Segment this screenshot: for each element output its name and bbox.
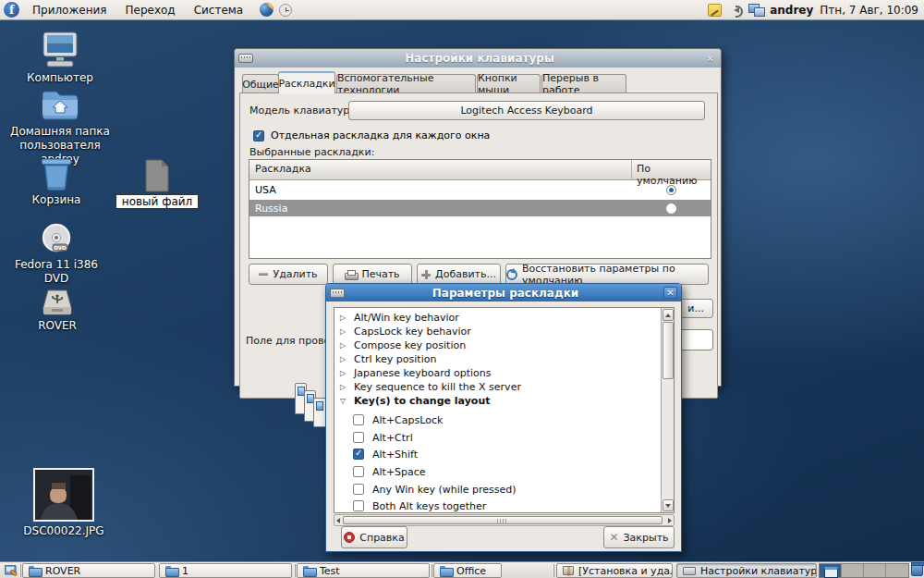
desktop-icon-trash[interactable]: Корзина — [18, 155, 94, 207]
scroll-left-button[interactable] — [336, 518, 340, 523]
bottom-taskbar: ROVER 1 Test Office [Установка и удален.… — [0, 561, 924, 578]
plus-icon — [421, 270, 431, 279]
tree-item-kill-x[interactable]: ▷Key sequence to kill the X server — [338, 380, 655, 394]
clock-applet[interactable]: Птн, 7 Авг, 10:09 — [820, 4, 918, 17]
volume-icon[interactable] — [728, 4, 742, 17]
expander-icon[interactable]: ▷ — [338, 327, 347, 336]
option-alt-ctrl[interactable]: Alt+Ctrl — [353, 429, 655, 446]
tab-mouse-keys[interactable]: Кнопки мыши — [477, 74, 541, 93]
default-radio-russia[interactable] — [666, 203, 676, 214]
option-alt-capslock[interactable]: Alt+CapsLock — [353, 412, 655, 428]
dialog-close-button[interactable]: ✕ — [663, 287, 677, 299]
separate-layout-row: Отдельная раскладка для каждого окна — [253, 129, 490, 141]
scroll-right-button[interactable] — [668, 518, 672, 523]
workspace-4[interactable] — [886, 564, 908, 577]
scroll-down-button[interactable] — [663, 499, 674, 511]
reset-defaults-button[interactable]: Восстановить параметры по умолчанию — [505, 264, 709, 285]
menu-places[interactable]: Переход — [116, 0, 185, 20]
dvd-disc-icon: DVD — [39, 222, 74, 255]
horizontal-scrollbar-thumb[interactable] — [343, 516, 663, 524]
desktop-icon-computer[interactable]: Компьютер — [20, 31, 100, 85]
desktop-icon-photo[interactable]: DSC00022.JPG — [13, 468, 115, 538]
separate-layout-checkbox[interactable] — [253, 130, 264, 141]
remove-layout-button[interactable]: Удалить — [249, 264, 328, 285]
task-rover[interactable]: ROVER — [22, 563, 155, 578]
dialog-titlebar[interactable]: Параметры раскладки ✕ — [326, 284, 681, 301]
layout-row-russia[interactable]: Russia — [249, 200, 711, 216]
layouts-table-header[interactable]: Раскладка По умолчанию — [249, 160, 711, 180]
checkbox-unchecked[interactable] — [353, 484, 364, 495]
expander-icon[interactable]: ▷ — [338, 341, 347, 350]
expander-icon[interactable]: ▷ — [338, 383, 347, 391]
layout-options-list: ▷Alt/Win key behavior ▷CapsLock key beha… — [334, 307, 675, 513]
tree-item-capslock[interactable]: ▷CapsLock key behavior — [338, 325, 655, 338]
checkbox-unchecked[interactable] — [353, 432, 364, 443]
tab-accessibility[interactable]: Вспомогательные технологии — [336, 74, 476, 93]
menu-applications[interactable]: Приложения — [23, 0, 116, 20]
panel-menus: f Приложения Переход Система — [0, 0, 292, 20]
task-office[interactable]: Office — [433, 563, 502, 578]
column-default[interactable]: По умолчанию — [632, 160, 711, 179]
firefox-launcher-icon[interactable] — [260, 3, 274, 17]
notes-tray-icon[interactable] — [708, 4, 722, 17]
trash-applet-icon[interactable] — [911, 564, 923, 576]
checkbox-unchecked[interactable] — [353, 414, 364, 425]
tab-typing-break[interactable]: Перерыв в работе — [541, 74, 626, 93]
column-layout[interactable]: Раскладка — [249, 160, 632, 179]
scroll-up-button[interactable] — [663, 309, 674, 321]
default-radio-usa[interactable] — [666, 185, 676, 195]
clock-launcher-icon[interactable] — [279, 4, 292, 17]
tree-item-altwin[interactable]: ▷Alt/Win key behavior — [338, 311, 655, 325]
keyboard-window-titlebar[interactable]: Настройки клавиатуры ✕ — [235, 49, 721, 68]
option-alt-space[interactable]: Alt+Space — [353, 463, 655, 480]
expander-icon[interactable]: ▷ — [338, 355, 347, 363]
desktop-icon-new-file[interactable]: новый файл — [113, 159, 201, 209]
horizontal-scrollbar[interactable] — [334, 514, 675, 526]
checkbox-checked[interactable] — [353, 449, 364, 460]
workspace-3[interactable] — [864, 564, 886, 577]
desktop-icon-fedora-dvd[interactable]: DVD Fedora 11 i386 DVD — [11, 222, 102, 286]
expander-icon[interactable]: ▷ — [338, 369, 347, 377]
printer-icon — [345, 270, 357, 279]
dialog-help-button[interactable]: Справка — [341, 526, 407, 548]
vertical-scrollbar[interactable] — [661, 308, 674, 512]
checkbox-unchecked[interactable] — [353, 466, 364, 477]
expander-open-icon[interactable]: ▽ — [338, 397, 347, 405]
fedora-logo-icon[interactable]: f — [4, 2, 19, 18]
panel-tray: andrey Птн, 7 Авг, 10:09 — [708, 4, 924, 17]
checkbox-unchecked[interactable] — [353, 500, 364, 511]
workspace-2[interactable] — [842, 564, 864, 577]
desktop-icon-rover-drive[interactable]: ROVER — [25, 289, 90, 333]
option-any-win-key[interactable]: Any Win key (while pressed) — [353, 481, 655, 498]
network-icon[interactable] — [748, 4, 763, 16]
tree-item-compose[interactable]: ▷Compose key position — [338, 338, 655, 352]
dialog-close-action-button[interactable]: ✕ Закрыть — [603, 526, 675, 548]
vertical-scrollbar-thumb[interactable] — [663, 322, 674, 379]
file-rename-entry[interactable]: новый файл — [116, 194, 199, 209]
keyboard-model-button[interactable]: Logitech Access Keyboard — [348, 101, 705, 120]
show-desktop-button[interactable] — [2, 563, 20, 578]
task-install-remove[interactable]: [Установка и удален... — [556, 563, 673, 578]
task-1[interactable]: 1 — [159, 563, 292, 578]
folder-icon — [303, 566, 315, 575]
task-keyboard-settings[interactable]: Настройки клавиатуры — [676, 563, 817, 578]
keyboard-window-close-button[interactable]: ✕ — [703, 53, 717, 65]
computer-icon — [40, 31, 80, 68]
print-layout-button[interactable]: Печать — [333, 264, 412, 285]
taskbar-separator — [553, 564, 555, 577]
tab-layouts[interactable]: Раскладки — [278, 71, 335, 93]
task-test[interactable]: Test — [297, 563, 430, 578]
workspace-1[interactable] — [820, 564, 842, 577]
user-switcher[interactable]: andrey — [770, 4, 813, 17]
show-desktop-icon — [5, 565, 18, 577]
tree-item-japanese[interactable]: ▷Japanese keyboard options — [338, 366, 655, 380]
tab-general[interactable]: Общие — [242, 74, 279, 93]
tree-item-ctrl[interactable]: ▷Ctrl key position — [338, 352, 655, 366]
option-both-alt-keys[interactable]: Both Alt keys together — [353, 498, 655, 513]
folder-icon — [165, 566, 177, 575]
option-alt-shift[interactable]: Alt+Shift — [353, 446, 655, 462]
tree-item-change-layout[interactable]: ▽Key(s) to change layout — [338, 394, 655, 408]
expander-icon[interactable]: ▷ — [338, 314, 347, 322]
menu-system[interactable]: Система — [185, 0, 253, 20]
add-layout-button[interactable]: Добавить... — [417, 264, 501, 285]
